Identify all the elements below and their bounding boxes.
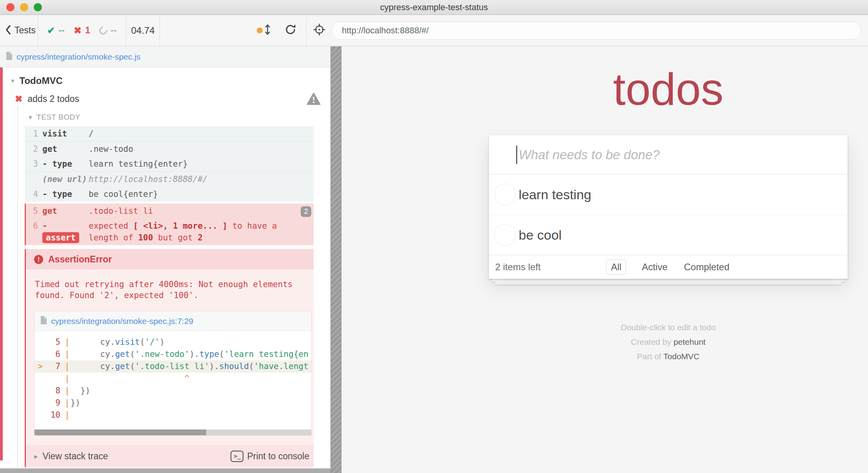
code-token: (: [130, 349, 135, 359]
code-frame-file-link[interactable]: cypress/integration/smoke-spec.js:7:29: [51, 317, 193, 326]
message-part: 100: [138, 233, 153, 242]
suite-row[interactable]: ▾ TodoMVC: [0, 71, 330, 88]
command-name: - assert: [42, 220, 89, 244]
command-row[interactable]: 5get.todo-list li2: [26, 204, 314, 218]
command-method: visit: [42, 129, 67, 138]
command-message: be cool{enter}: [89, 188, 287, 200]
failed-suite-strip: [0, 67, 3, 460]
line-code: }): [71, 397, 311, 409]
line-pipe-icon: |: [60, 409, 71, 421]
close-window-button[interactable]: [6, 3, 15, 11]
todo-label[interactable]: be cool: [519, 227, 562, 243]
check-icon: ✔: [47, 25, 55, 36]
code-line: | ^: [35, 373, 311, 385]
selector-playground-button[interactable]: [313, 23, 326, 38]
command-method: type: [52, 159, 72, 169]
app-info-footer: Double-click to edit a todoCreated by pe…: [489, 320, 848, 364]
back-to-tests-button[interactable]: Tests: [0, 15, 38, 46]
reporter-panel: cypress/integration/smoke-spec.js ▾ Todo…: [0, 46, 330, 473]
stat-failed: ✖ 1: [74, 25, 90, 36]
todo-label[interactable]: learn testing: [519, 187, 591, 202]
spec-file-link[interactable]: cypress/integration/smoke-spec.js: [16, 52, 140, 62]
error-info-icon: !: [34, 255, 43, 264]
test-failed-x-icon: ✖: [15, 94, 22, 104]
command-row[interactable]: 3- typelearn testing{enter}: [25, 156, 314, 171]
stat-failed-count: 1: [85, 25, 90, 36]
code-frame-header: cypress/integration/smoke-spec.js:7:29: [35, 311, 311, 331]
panel-resize-handle[interactable]: [330, 46, 341, 473]
code-token: ): [160, 337, 165, 347]
code-line: 6| cy.get('.new-todo').type('learn testi…: [35, 348, 311, 360]
error-header: ! AssertionError: [26, 249, 314, 269]
file-icon: [40, 316, 47, 326]
code-token: cy.: [71, 362, 115, 371]
todo-footer: 2 items left AllActiveCompleted: [489, 255, 848, 279]
print-to-console-button[interactable]: >_ Print to console: [231, 451, 309, 462]
filter-completed[interactable]: Completed: [683, 260, 730, 275]
command-row[interactable]: (new url)http://localhost:8888/#/: [25, 171, 314, 187]
command-row[interactable]: 4- typebe cool{enter}: [25, 187, 314, 202]
chevron-left-icon: [5, 25, 11, 36]
filter-active[interactable]: Active: [641, 260, 668, 275]
info-link[interactable]: petehunt: [674, 337, 706, 346]
main-split: cypress/integration/smoke-spec.js ▾ Todo…: [0, 46, 868, 473]
test-row[interactable]: ✖ adds 2 todos: [0, 88, 330, 107]
line-marker: [35, 397, 46, 409]
command-name: get: [42, 205, 89, 217]
command-method: get: [42, 206, 57, 216]
info-text: Part of: [637, 352, 663, 361]
code-token: (: [219, 349, 224, 359]
command-method: type: [52, 189, 72, 199]
line-number: 10: [46, 409, 60, 421]
todo-toggle-checkbox[interactable]: [494, 184, 516, 206]
todoapp-card: What needs to be done? learn testingbe c…: [489, 135, 848, 279]
command-method: (new url): [42, 175, 87, 184]
todo-item: learn testing: [489, 174, 848, 215]
filter-all[interactable]: All: [606, 260, 626, 275]
reporter-bottom-bar: [0, 469, 330, 473]
todo-toggle-checkbox[interactable]: [494, 224, 516, 246]
minimize-window-button[interactable]: [20, 3, 28, 11]
message-part: 2: [198, 233, 203, 242]
url-input[interactable]: http://localhost:8888/#/: [331, 22, 861, 40]
line-pipe-icon: |: [60, 348, 71, 360]
url-section: http://localhost:8888/#/: [307, 15, 868, 46]
window-titlebar: cypress-example-test-status: [0, 0, 868, 15]
code-frame-scrollbar: [35, 429, 311, 435]
info-link[interactable]: TodoMVC: [663, 352, 699, 361]
view-stack-trace-button[interactable]: View stack trace: [43, 451, 108, 462]
code-token: type: [199, 349, 219, 359]
command-log: 1visit/2get.new-todo3- typelearn testing…: [25, 126, 314, 202]
stacked-sheet: [492, 279, 844, 282]
suite-title: TodoMVC: [20, 75, 63, 86]
viewport-indicator[interactable]: [257, 24, 271, 37]
todos-title: todos: [489, 67, 848, 112]
new-todo-placeholder: What needs to be done?: [519, 147, 660, 162]
test-attempt: ▾ TEST BODY 1visit/2get.new-todo3- typel…: [17, 107, 330, 467]
command-row[interactable]: 2get.new-todo: [25, 141, 314, 156]
scrollbar-thumb[interactable]: [35, 429, 206, 435]
app-under-test: todos What needs to be done? learn testi…: [341, 46, 868, 473]
code-frame: cypress/integration/smoke-spec.js:7:29 5…: [34, 311, 312, 436]
message-part: expected: [89, 221, 133, 231]
command-message: /: [89, 128, 287, 140]
stat-passed: ✔ --: [47, 25, 64, 36]
test-title: adds 2 todos: [27, 94, 79, 104]
filter-list: AllActiveCompleted: [489, 260, 848, 275]
command-row[interactable]: 1visit/: [25, 126, 314, 141]
test-body-section-toggle[interactable]: ▾ TEST BODY: [25, 112, 330, 126]
line-pipe-icon: |: [60, 373, 71, 385]
warning-triangle-icon: [307, 93, 321, 105]
message-part: [ <li>, 1 more... ]: [133, 221, 227, 231]
command-row[interactable]: 6- assertexpected [ <li>, 1 more... ] to…: [26, 218, 314, 245]
rerun-tests-button[interactable]: [285, 24, 297, 37]
line-number: 8: [46, 385, 60, 397]
command-name: (new url): [42, 173, 89, 185]
file-icon: [6, 52, 13, 62]
line-number: [46, 373, 60, 385]
line-code: }): [71, 385, 311, 397]
new-todo-input[interactable]: What needs to be done?: [489, 135, 848, 174]
zoom-window-button[interactable]: [34, 3, 42, 11]
runner-toolbar: Tests ✔ -- ✖ 1 -- 04.74 http://loca: [0, 15, 868, 46]
command-log-failed: 5get.todo-list li26- assertexpected [ <l…: [25, 204, 314, 245]
